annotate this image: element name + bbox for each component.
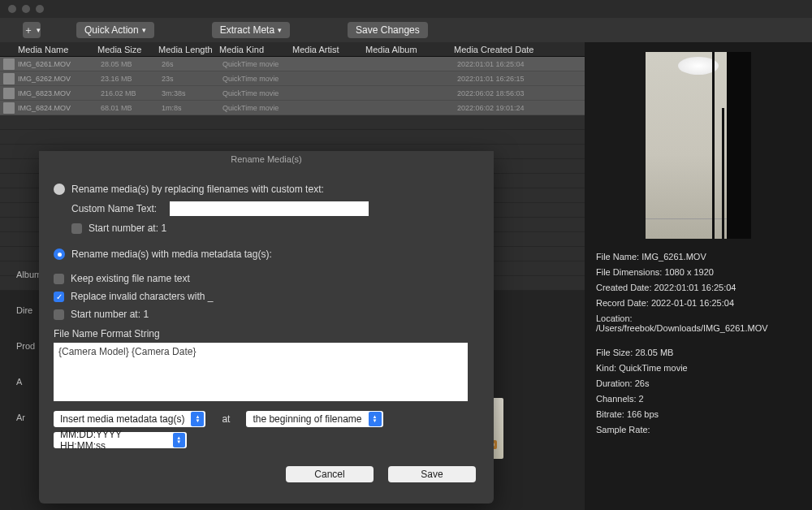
rename-media-dialog: Rename Media(s) Rename media(s) by repla… (39, 151, 494, 504)
column-size[interactable]: Media Size (97, 45, 158, 54)
column-artist[interactable]: Media Artist (292, 45, 365, 54)
add-button[interactable]: ＋▾ (23, 22, 41, 38)
side-labels: Album Dire Prod A Ar (16, 270, 41, 422)
info-panel: File Name: IMG_6261.MOV File Dimensions:… (585, 42, 812, 510)
table-row[interactable]: IMG_6261.MOV 28.05 MB 26s QuickTime movi… (0, 57, 585, 71)
chevron-down-icon: ▾ (278, 26, 282, 34)
save-button[interactable]: Save (388, 466, 476, 482)
minimize-window-icon[interactable] (22, 5, 30, 13)
column-album[interactable]: Media Album (365, 45, 451, 54)
table-header: Media Name Media Size Media Length Media… (0, 42, 585, 57)
chevron-down-icon: ▾ (142, 26, 146, 34)
info-bitrate: Bitrate: 166 bps (596, 409, 801, 419)
select-arrows-icon: ▲▼ (173, 433, 185, 447)
media-thumb-icon (3, 102, 15, 114)
radio-label: Rename media(s) with media metadata tag(… (71, 249, 272, 260)
checkbox-replace-invalid[interactable]: ✓ (54, 292, 64, 302)
info-location: Location: /Users/freebok/Downloads/IMG_6… (596, 313, 801, 333)
chevron-down-icon: ▾ (37, 26, 41, 34)
checkbox-label: Replace invalid characters with _ (71, 291, 213, 302)
checkbox-label: Keep existing file name text (71, 273, 190, 284)
info-created: Created Date: 2022:01:01 16:25:04 (596, 283, 801, 292)
checkbox-label: Start number at: 1 (71, 309, 149, 320)
custom-name-label: Custom Name Text: (71, 203, 157, 214)
checkbox-start-number-2[interactable] (54, 309, 64, 320)
column-name[interactable]: Media Name (0, 45, 97, 54)
info-size: File Size: 28.05 MB (596, 348, 801, 357)
cancel-button[interactable]: Cancel (286, 466, 374, 482)
media-thumb-icon (3, 73, 15, 84)
info-record: Record Date: 2022-01-01 16:25:04 (596, 298, 801, 308)
window-titlebar (0, 0, 812, 18)
radio-label: Rename media(s) by replacing filenames w… (71, 184, 324, 195)
select-arrows-icon: ▲▼ (369, 412, 382, 426)
info-kind: Kind: QuickTime movie (596, 363, 801, 373)
date-format-select[interactable]: MM:DD:YYYY HH:MM:ss ▲▼ (54, 432, 187, 448)
info-dimensions: File Dimensions: 1080 x 1920 (596, 267, 801, 277)
table-row[interactable]: IMG_6824.MOV 68.01 MB 1m:8s QuickTime mo… (0, 101, 585, 115)
info-file-name: File Name: IMG_6261.MOV (596, 252, 801, 261)
info-duration: Duration: 26s (596, 378, 801, 388)
extract-meta-button[interactable]: Extract Meta▾ (212, 22, 290, 38)
position-select[interactable]: the beginning of filename ▲▼ (246, 411, 382, 427)
radio-metadata-tags[interactable] (54, 249, 65, 260)
at-label: at (222, 413, 230, 425)
close-window-icon[interactable] (8, 5, 16, 13)
column-kind[interactable]: Media Kind (219, 45, 292, 54)
label-ar: Ar (16, 413, 41, 422)
toolbar: ＋▾ Quick Action▾ Extract Meta▾ Save Chan… (0, 18, 812, 42)
label-album: Album (16, 270, 41, 279)
custom-name-input[interactable] (170, 201, 369, 216)
table-row[interactable]: IMG_6262.MOV 23.16 MB 23s QuickTime movi… (0, 71, 585, 86)
media-preview (646, 52, 751, 239)
info-channels: Channels: 2 (596, 394, 801, 404)
label-a: A (16, 377, 41, 387)
checkbox-label: Start number at: 1 (89, 223, 166, 234)
zoom-window-icon[interactable] (36, 5, 44, 13)
format-string-label: File Name Format String (54, 328, 479, 339)
select-arrows-icon: ▲▼ (191, 412, 204, 426)
checkbox-start-number-1[interactable] (71, 223, 82, 234)
label-dire: Dire (16, 305, 41, 315)
dialog-title: Rename Media(s) (39, 151, 494, 167)
insert-metadata-select[interactable]: Insert media metadata tag(s) ▲▼ (54, 411, 205, 427)
media-thumb-icon (3, 88, 15, 99)
save-changes-button[interactable]: Save Changes (348, 22, 428, 38)
column-created[interactable]: Media Created Date (451, 45, 585, 54)
column-length[interactable]: Media Length (158, 45, 219, 54)
format-string-input[interactable]: {Camera Model} {Camera Date} (54, 343, 468, 401)
media-thumb-icon (3, 58, 15, 70)
table-row[interactable]: IMG_6823.MOV 216.02 MB 3m:38s QuickTime … (0, 86, 585, 101)
info-sample-rate: Sample Rate: (596, 425, 801, 434)
radio-replace-filenames[interactable] (54, 184, 65, 195)
checkbox-keep-existing[interactable] (54, 274, 64, 284)
media-list-pane: Media Name Media Size Media Length Media… (0, 42, 585, 510)
quick-action-button[interactable]: Quick Action▾ (76, 22, 154, 38)
label-prod: Prod (16, 341, 41, 351)
